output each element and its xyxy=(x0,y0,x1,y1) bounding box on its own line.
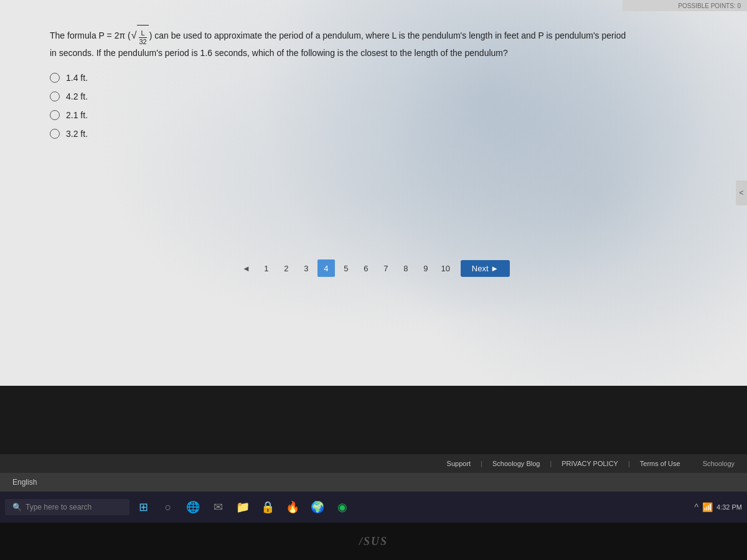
taskbar-lock-icon[interactable]: 🔒 xyxy=(256,496,279,518)
question-area: The formula P = 2π ( √ L 32 ) can be use… xyxy=(50,12,710,160)
schoology-logo: Schoology xyxy=(703,460,735,467)
page-1-button[interactable]: 1 xyxy=(258,259,275,277)
fraction-denominator: 32 xyxy=(139,38,146,46)
asus-area: /SUS xyxy=(0,523,747,560)
choice-c[interactable]: 2.1 ft. xyxy=(50,110,710,120)
page-3-button[interactable]: 3 xyxy=(298,259,315,277)
language-selector[interactable]: English xyxy=(12,478,37,487)
language-bar: English xyxy=(0,473,747,492)
sep1: | xyxy=(481,460,482,467)
mail-icon: ✉ xyxy=(214,500,223,514)
page-6-button[interactable]: 6 xyxy=(357,259,375,277)
main-content: POSSIBLE POINTS: 0 The formula P = 2π ( … xyxy=(0,0,747,386)
blog-link[interactable]: Schoology Blog xyxy=(492,460,540,467)
lock-icon: 🔒 xyxy=(261,500,275,514)
edge-icon: 🌐 xyxy=(186,500,200,514)
asus-logo: /SUS xyxy=(359,535,388,548)
choice-a-label: 1.4 ft. xyxy=(66,73,88,83)
prev-icon: ◄ xyxy=(242,264,250,273)
search-icon: 🔍 xyxy=(12,503,22,511)
taskbar-edge-icon[interactable]: 🌐 xyxy=(182,496,204,518)
close-paren: ) xyxy=(149,29,153,42)
tray-up-arrow[interactable]: ^ xyxy=(694,502,698,512)
taskbar-mail-icon[interactable]: ✉ xyxy=(207,496,229,518)
pagination-bar: ◄ 1 2 3 4 5 6 7 8 9 10 Next ► xyxy=(0,253,747,283)
collapse-icon: < xyxy=(739,189,743,197)
radio-c[interactable] xyxy=(50,110,60,120)
circle-icon: ○ xyxy=(165,501,172,514)
next-label: Next ► xyxy=(472,264,499,273)
answer-choices: 1.4 ft. 4.2 ft. 2.1 ft. 3.2 ft. xyxy=(50,73,710,139)
prev-page-button[interactable]: ◄ xyxy=(237,261,255,276)
tray-network-icon[interactable]: 📶 xyxy=(702,502,713,512)
search-placeholder: Type here to search xyxy=(26,503,92,511)
formula-suffix: can be used to approximate the period of… xyxy=(154,30,626,40)
search-bar[interactable]: 🔍 Type here to search xyxy=(5,499,129,515)
sep2: | xyxy=(550,460,552,467)
taskbar-folder-icon[interactable]: 📁 xyxy=(232,496,254,518)
collapse-arrow[interactable]: < xyxy=(736,180,747,205)
chrome-icon: 🌍 xyxy=(311,500,324,514)
folder-icon: 📁 xyxy=(236,500,250,514)
taskbar-cortana-icon[interactable]: ○ xyxy=(157,496,179,518)
taskbar-browser-icon[interactable]: 🔥 xyxy=(281,496,304,518)
support-link[interactable]: Support xyxy=(447,460,471,467)
open-paren: ( xyxy=(128,29,131,42)
windows-icon: ⊞ xyxy=(139,500,148,514)
sqrt-symbol: √ xyxy=(131,27,137,44)
top-bar: POSSIBLE POINTS: 0 xyxy=(622,0,747,11)
footer-bar: Support | Schoology Blog | PRIVACY POLIC… xyxy=(0,454,747,473)
privacy-link[interactable]: PRIVACY POLICY xyxy=(561,460,618,467)
page-10-button[interactable]: 10 xyxy=(437,259,454,277)
taskbar-chrome-icon[interactable]: 🌍 xyxy=(306,496,329,518)
terms-link[interactable]: Terms of Use xyxy=(640,460,680,467)
browser-icon: 🔥 xyxy=(286,500,299,514)
formula-display: ( √ L 32 ) xyxy=(128,25,152,46)
choice-b[interactable]: 4.2 ft. xyxy=(50,91,710,101)
taskbar-spotify-icon[interactable]: ◉ xyxy=(331,496,354,518)
sep3: | xyxy=(628,460,630,467)
next-button[interactable]: Next ► xyxy=(461,260,510,277)
page-4-button[interactable]: 4 xyxy=(317,259,335,277)
radio-a[interactable] xyxy=(50,73,60,83)
choice-b-label: 4.2 ft. xyxy=(66,91,88,101)
spotify-icon: ◉ xyxy=(337,500,347,514)
page-2-button[interactable]: 2 xyxy=(278,259,295,277)
tray-clock: 4:32 PM xyxy=(716,503,742,511)
page-7-button[interactable]: 7 xyxy=(377,259,395,277)
choice-d[interactable]: 3.2 ft. xyxy=(50,129,710,139)
question-line2: in seconds. If the pendulum's period is … xyxy=(50,48,508,58)
question-text: The formula P = 2π ( √ L 32 ) can be use… xyxy=(50,25,710,60)
system-tray: ^ 📶 4:32 PM xyxy=(694,502,742,512)
page-5-button[interactable]: 5 xyxy=(337,259,355,277)
points-text: POSSIBLE POINTS: 0 xyxy=(678,2,741,9)
choice-c-label: 2.1 ft. xyxy=(66,110,88,120)
radical-content: L 32 xyxy=(137,25,148,46)
formula-prefix: The formula P = 2π xyxy=(50,30,125,40)
taskbar: 🔍 Type here to search ⊞ ○ 🌐 ✉ 📁 🔒 🔥 🌍 ◉ … xyxy=(0,492,747,523)
page-8-button[interactable]: 8 xyxy=(397,259,415,277)
page-9-button[interactable]: 9 xyxy=(417,259,435,277)
radio-b[interactable] xyxy=(50,91,60,101)
radio-d[interactable] xyxy=(50,129,60,139)
taskbar-menu-icon[interactable]: ⊞ xyxy=(132,496,154,518)
fraction-numerator: L xyxy=(141,29,144,37)
choice-d-label: 3.2 ft. xyxy=(66,129,88,139)
choice-a[interactable]: 1.4 ft. xyxy=(50,73,710,83)
